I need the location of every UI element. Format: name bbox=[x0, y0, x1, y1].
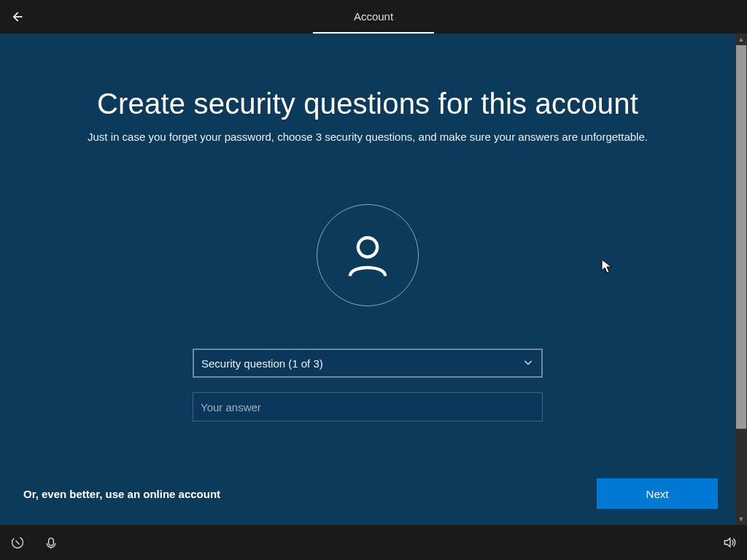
bottom-left-icons bbox=[9, 534, 60, 551]
footer-row: Or, even better, use an online account N… bbox=[23, 478, 718, 509]
scroll-down-button[interactable]: ▼ bbox=[735, 513, 747, 525]
scroll-thumb[interactable] bbox=[736, 45, 746, 429]
tab-label: Account bbox=[354, 10, 393, 23]
page-subtitle: Just in case you forget your password, c… bbox=[0, 131, 735, 143]
select-placeholder: Security question (1 of 3) bbox=[201, 357, 323, 370]
chevron-down-icon bbox=[522, 357, 534, 370]
back-button[interactable] bbox=[0, 0, 34, 34]
scroll-up-button[interactable]: ▲ bbox=[735, 34, 747, 45]
ease-of-access-button[interactable] bbox=[9, 534, 26, 551]
answer-input[interactable] bbox=[201, 401, 535, 413]
use-online-account-link[interactable]: Or, even better, use an online account bbox=[23, 488, 220, 500]
scroll-track[interactable] bbox=[735, 45, 747, 513]
ease-of-access-icon bbox=[10, 535, 25, 550]
title-bar: Account bbox=[0, 0, 747, 34]
security-question-form: Security question (1 of 3) bbox=[193, 349, 543, 421]
answer-field-wrapper bbox=[193, 392, 543, 421]
volume-button[interactable] bbox=[721, 534, 738, 551]
avatar bbox=[317, 204, 419, 306]
tab-strip: Account bbox=[313, 0, 434, 34]
vertical-scrollbar[interactable]: ▲ ▼ bbox=[735, 34, 747, 525]
user-icon bbox=[342, 230, 393, 281]
main-content: Create security questions for this accou… bbox=[0, 34, 735, 525]
volume-icon bbox=[722, 535, 737, 550]
ime-button[interactable] bbox=[42, 534, 60, 551]
page-title: Create security questions for this accou… bbox=[0, 88, 735, 120]
next-button[interactable]: Next bbox=[597, 478, 718, 509]
bottom-bar bbox=[0, 525, 747, 560]
tab-account[interactable]: Account bbox=[313, 1, 434, 34]
svg-rect-2 bbox=[49, 538, 54, 545]
svg-point-0 bbox=[358, 238, 377, 257]
security-question-select[interactable]: Security question (1 of 3) bbox=[193, 349, 543, 378]
ime-icon bbox=[44, 535, 58, 550]
back-arrow-icon bbox=[9, 9, 24, 24]
